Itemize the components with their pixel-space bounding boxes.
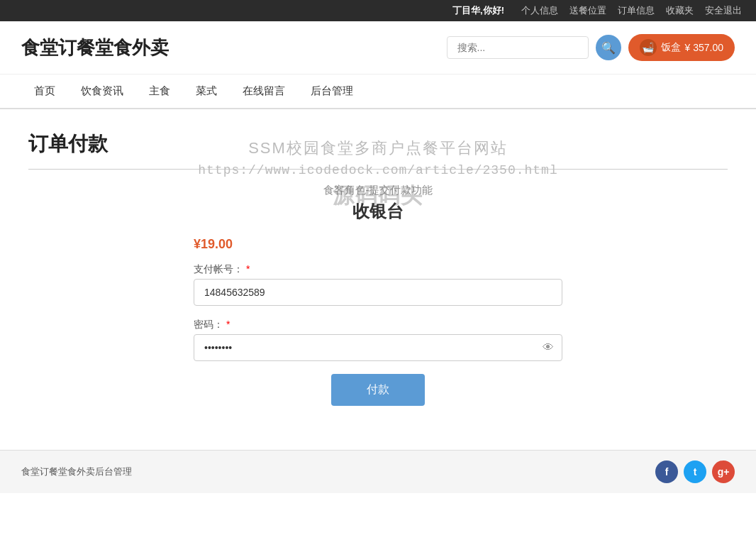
cart-icon: 🛁 <box>640 39 657 56</box>
nav-bar: 首页 饮食资讯 主食 菜式 在线留言 后台管理 <box>0 74 756 109</box>
nav-dishes[interactable]: 菜式 <box>183 74 230 108</box>
nav-profile[interactable]: 个人信息 <box>521 4 558 17</box>
googleplus-button[interactable]: g+ <box>712 460 735 483</box>
twitter-button[interactable]: t <box>684 460 706 483</box>
footer-social: f t g+ <box>655 460 735 483</box>
password-group: 密码： * 👁 <box>194 319 562 361</box>
nav-home[interactable]: 首页 <box>21 74 68 108</box>
price-tag: ¥19.00 <box>194 237 562 252</box>
required-star-account: * <box>246 263 250 275</box>
nav-logout[interactable]: 安全退出 <box>705 4 742 17</box>
nav-favorites[interactable]: 收藏夹 <box>666 4 694 17</box>
checkout-area: 食客角色-提交付款功能 收银台 ¥19.00 支付帐号： * 密码： * 👁 付… <box>194 184 562 406</box>
main-content: SSM校园食堂多商户点餐平台网站 https://www.icodedock.c… <box>0 109 756 450</box>
nav-food-news[interactable]: 饮食资讯 <box>68 74 136 108</box>
nav-message[interactable]: 在线留言 <box>230 74 298 108</box>
nav-staple[interactable]: 主食 <box>136 74 183 108</box>
search-icon: 🔍 <box>601 41 616 55</box>
footer-link[interactable]: 食堂订餐堂食外卖后台管理 <box>21 465 132 478</box>
greeting-text: 丁目华,你好! <box>452 4 504 17</box>
payment-account-label: 支付帐号： * <box>194 263 562 276</box>
search-button[interactable]: 🔍 <box>596 35 621 60</box>
pay-button[interactable]: 付款 <box>331 374 425 406</box>
header: 食堂订餐堂食外卖 🔍 🛁 饭盒 ¥ 357.00 <box>0 21 756 74</box>
required-star-password: * <box>226 319 230 330</box>
nav-delivery[interactable]: 送餐位置 <box>569 4 606 17</box>
footer: 食堂订餐堂食外卖后台管理 f t g+ <box>0 450 756 493</box>
header-right: 🔍 🛁 饭盒 ¥ 357.00 <box>447 34 735 61</box>
password-wrapper: 👁 <box>194 334 562 361</box>
site-title: 食堂订餐堂食外卖 <box>21 35 169 60</box>
checkout-title: 收银台 <box>194 200 562 223</box>
password-label: 密码： * <box>194 319 562 331</box>
payment-account-group: 支付帐号： * <box>194 263 562 306</box>
payment-account-input[interactable] <box>194 279 562 306</box>
cart-amount: ¥ 357.00 <box>685 42 724 53</box>
order-title: 订单付款 <box>28 131 728 158</box>
order-divider <box>28 169 728 170</box>
watermark-url: https://www.icodedock.com/article/2350.h… <box>0 163 756 177</box>
cart-label: 饭盒 <box>661 41 681 54</box>
facebook-button[interactable]: f <box>655 460 678 483</box>
nav-admin[interactable]: 后台管理 <box>298 74 366 108</box>
password-input[interactable] <box>194 334 562 361</box>
eye-icon[interactable]: 👁 <box>543 341 554 354</box>
top-bar: 丁目华,你好! 个人信息 送餐位置 订单信息 收藏夹 安全退出 <box>0 0 756 21</box>
checkout-subtitle: 食客角色-提交付款功能 <box>194 184 562 197</box>
search-input[interactable] <box>447 36 589 59</box>
nav-orders[interactable]: 订单信息 <box>618 4 655 17</box>
cart-button[interactable]: 🛁 饭盒 ¥ 357.00 <box>628 34 735 61</box>
